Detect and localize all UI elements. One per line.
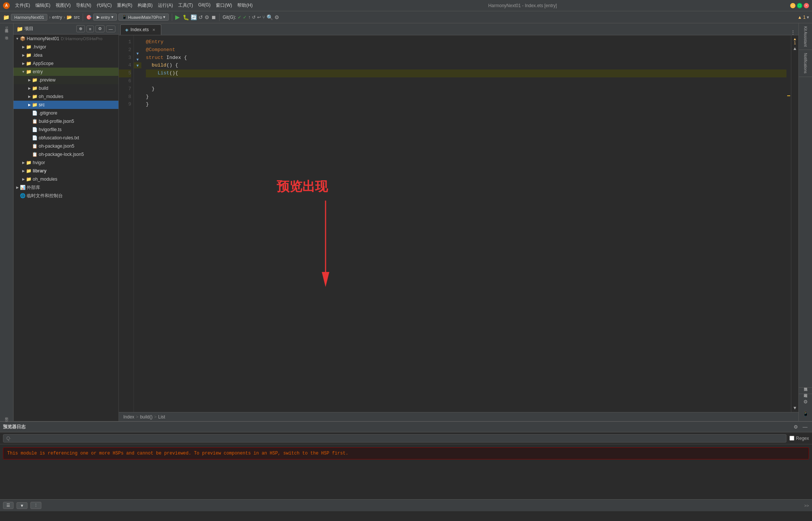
run-config-button[interactable]: ▶ entry ▾	[93, 14, 117, 21]
tree-item-oh-package-lock[interactable]: ▶ 📋 oh-package-lock.json5	[14, 150, 118, 159]
tree-label-build-profile: build-profile.json5	[39, 119, 74, 124]
tree-item-library[interactable]: ▶ 📁 library	[14, 167, 118, 175]
menu-build[interactable]: 构建(B)	[135, 2, 155, 9]
search-icon[interactable]: 🔍	[267, 14, 273, 20]
device-button[interactable]: 📱 HuaweiMate70Pro ▾	[118, 14, 169, 21]
tree-item-build[interactable]: ▶ 📁 build	[14, 84, 118, 92]
token-entry: @Entry	[146, 38, 164, 46]
git-check1[interactable]: ✓	[238, 15, 241, 20]
tree-item-hvigorfile[interactable]: ▶ 📄 hvigorfile.ts	[14, 125, 118, 134]
tree-label-oh-package: oh-package.json5	[39, 143, 74, 149]
tree-icon-root: 📦	[20, 36, 26, 42]
bottom-icon-btn2[interactable]: ▼	[17, 502, 27, 509]
menu-navigate[interactable]: 导航(N)	[74, 2, 94, 9]
log-search-input[interactable]	[3, 434, 786, 442]
stop-button[interactable]: ⏹	[211, 14, 216, 20]
right-item-kit[interactable]: Kit Assistant	[803, 25, 808, 48]
right-device-btn[interactable]: 📱	[800, 408, 812, 420]
tab-close-index[interactable]: ✕	[151, 27, 156, 32]
tree-item-src[interactable]: ▶ 📁 src	[14, 101, 118, 109]
line-numbers: 1 2 3 4 5 6 7 8 9	[119, 35, 134, 412]
tree-item-obfuscation[interactable]: ▶ 📄 obfuscation-rules.txt	[14, 134, 118, 142]
window-controls[interactable]: ─ □ ✕	[790, 3, 809, 8]
right-item-cloud[interactable]: 端云开发	[802, 389, 809, 392]
tree-icon-hvigor-root: 📁	[26, 160, 32, 166]
code-content[interactable]: @Entry @Component struct Index { build (…	[141, 35, 791, 412]
tab-index-ets[interactable]: ◈ Index.ets ✕	[120, 24, 161, 35]
warning-indicator[interactable]: ▲ 1 ▾	[797, 15, 809, 20]
menu-window[interactable]: 窗口(W)	[214, 2, 234, 9]
gutter-fold-4[interactable]: ▼	[134, 56, 141, 62]
right-settings-btn[interactable]: ⚙	[800, 396, 812, 408]
sidebar-btn-settings[interactable]: ⚙	[95, 25, 105, 32]
tree-label-hvigorfile: hvigorfile.ts	[39, 127, 62, 132]
tree-item-idea[interactable]: ▶ 📁 .idea	[14, 51, 118, 59]
tree-label-idea: .idea	[33, 53, 42, 58]
tree-item-build-profile[interactable]: ▶ 📋 build-profile.json5	[14, 117, 118, 125]
menu-bar[interactable]: 文件(E) 编辑(E) 视图(V) 导航(N) 代码(C) 重构(R) 构建(B…	[13, 2, 255, 9]
tab-settings-btn[interactable]: ⋮	[788, 29, 798, 35]
menu-code[interactable]: 代码(C)	[94, 2, 114, 9]
menu-refactor[interactable]: 重构(R)	[115, 2, 135, 9]
sidebar-btn-locate[interactable]: ⊕	[76, 25, 85, 32]
bottom-settings-btn[interactable]: ⚙	[792, 423, 800, 430]
sidebar-btn-collapse[interactable]: —	[106, 26, 115, 32]
menu-git[interactable]: Git(G)	[196, 2, 213, 9]
bottom-icon-btn3[interactable]: ⋮	[30, 502, 41, 509]
tree-item-preview[interactable]: ▶ 📁 .preview	[14, 76, 118, 84]
menu-file[interactable]: 文件(E)	[13, 2, 32, 9]
debug-button[interactable]: 🐛	[183, 14, 189, 20]
sidebar-title: 项目	[24, 26, 33, 32]
close-button[interactable]: ✕	[804, 3, 809, 8]
regex-checkbox[interactable]: Regex	[789, 436, 809, 441]
bottom-icon-btn1[interactable]: ☰	[3, 502, 14, 509]
tree-item-root[interactable]: ▼ 📦 HarmonyNext01 D:\HarmonyOS\HwPro	[14, 35, 118, 43]
git-refresh[interactable]: ↺	[252, 15, 256, 20]
run-button[interactable]: ▶	[175, 14, 180, 21]
tree-item-oh-modules-root[interactable]: ▶ 📁 oh_modules	[14, 175, 118, 183]
tree-item-hvigor-root[interactable]: ▶ 📁 hvigor	[14, 159, 118, 167]
scroll-up-btn[interactable]: ▲	[793, 46, 797, 51]
settings-button2[interactable]: ⚙	[205, 14, 209, 20]
activity-label-pub[interactable]: 发布	[3, 417, 11, 420]
right-item-notifications[interactable]: Notifications	[803, 51, 808, 75]
tab-label-index: Index.ets	[130, 27, 149, 32]
git-back[interactable]: ↩	[257, 15, 261, 20]
bottom-panel-title: 预览器日志	[3, 424, 26, 430]
reload-button[interactable]: 🔄	[191, 14, 197, 20]
menu-view[interactable]: 视图(V)	[53, 2, 73, 9]
menu-help[interactable]: 帮助(H)	[235, 2, 255, 9]
regex-input[interactable]	[789, 436, 794, 441]
tree-item-oh-package[interactable]: ▶ 📋 oh-package.json5	[14, 142, 118, 150]
line-num-7: 7	[119, 85, 131, 93]
activity-label-doc[interactable]: 文档	[3, 413, 11, 416]
tree-arrow-library: ▶	[21, 169, 26, 173]
tree-item-oh-modules-entry[interactable]: ▶ 📁 oh_modules	[14, 92, 118, 101]
menu-tools[interactable]: 工具(T)	[176, 2, 195, 9]
git-branches[interactable]: ⑂	[262, 15, 265, 20]
right-item-preview[interactable]: 预览器	[802, 383, 809, 386]
tree-item-appscope[interactable]: ▶ 📁 AppScope	[14, 59, 118, 68]
minimize-button[interactable]: ─	[790, 3, 795, 8]
refresh-button[interactable]: ↺	[198, 14, 203, 20]
tree-item-entry[interactable]: ▼ 📁 entry	[14, 68, 118, 76]
menu-run[interactable]: 运行(A)	[156, 2, 175, 9]
gutter-fold-5[interactable]: ▼	[134, 62, 141, 68]
tree-item-gitignore-entry[interactable]: ▶ 📄 .gitignore	[14, 109, 118, 117]
maximize-button[interactable]: □	[797, 3, 802, 8]
gutter-fold-3[interactable]: ▼	[134, 50, 141, 56]
scroll-down-btn[interactable]: ▼	[793, 405, 797, 411]
settings-icon[interactable]: ⚙	[274, 14, 279, 20]
project-button[interactable]: HarmonyNext01	[11, 14, 47, 21]
tree-item-hvigor[interactable]: ▶ 📁 .hvigor	[14, 43, 118, 51]
tree-item-temp[interactable]: ▶ 🌐 临时文件和控制台	[14, 192, 118, 200]
tree-item-external[interactable]: ▶ 📊 外部库	[14, 183, 118, 192]
activity-label-sdk[interactable]: 鸿蒙生态SDK市场	[3, 25, 11, 35]
bottom-close-btn[interactable]: —	[801, 423, 809, 430]
git-check2[interactable]: ✓	[243, 15, 247, 20]
tree-label-gitignore-entry: .gitignore	[39, 110, 57, 116]
folder-icon: 📂	[67, 15, 72, 20]
menu-edit[interactable]: 编辑(E)	[33, 2, 53, 9]
git-arrow[interactable]: ↑	[248, 15, 250, 20]
sidebar-btn-sort[interactable]: ≡	[86, 26, 94, 32]
